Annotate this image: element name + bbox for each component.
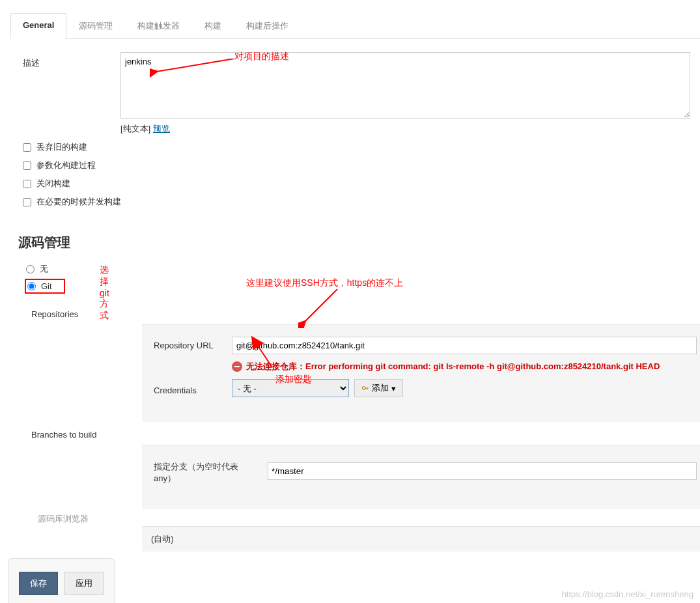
scm-none-label: 无 [40, 263, 48, 275]
repo-url-input[interactable] [232, 337, 697, 354]
scm-git-radio[interactable] [27, 282, 36, 290]
repository-panel: Repository URL 无法连接仓库：Error performing g… [142, 324, 700, 422]
repositories-label: Repositories [31, 305, 142, 319]
scm-git-label: Git [41, 281, 52, 291]
plaintext-label: [纯文本] [120, 124, 153, 133]
tab-triggers[interactable]: 构建触发器 [125, 13, 192, 39]
config-tabs: General 源码管理 构建触发器 构建 构建后操作 [10, 13, 700, 39]
credentials-label: Credentials [154, 382, 232, 395]
scm-section-title: 源码管理 [18, 234, 700, 251]
description-label: 描述 [23, 52, 120, 135]
parametrize-checkbox[interactable] [23, 161, 31, 170]
tab-scm[interactable]: 源码管理 [66, 13, 125, 39]
scm-none-radio[interactable] [26, 265, 35, 273]
chevron-down-icon: ▾ [391, 384, 396, 393]
svg-point-2 [363, 387, 366, 390]
repo-url-label: Repository URL [154, 337, 232, 350]
repo-error-text: 无法连接仓库：Error performing git command: git… [246, 361, 660, 372]
annotation-ssh: 这里建议使用SSH方式，https的连不上 [246, 277, 403, 289]
discard-old-checkbox[interactable] [23, 143, 31, 152]
branch-spec-label: 指定分支（为空时代表any） [154, 457, 268, 484]
preview-link[interactable]: 预览 [153, 124, 170, 133]
tab-build[interactable]: 构建 [192, 13, 234, 39]
tab-general[interactable]: General [10, 13, 66, 39]
concurrent-checkbox[interactable] [23, 198, 31, 206]
description-textarea[interactable] [120, 52, 690, 119]
branches-panel: 指定分支（为空时代表any） [142, 445, 700, 509]
disable-checkbox[interactable] [23, 180, 31, 188]
branch-spec-input[interactable] [268, 462, 697, 480]
repo-browser-value[interactable]: (自动) [142, 526, 700, 552]
key-icon [361, 384, 369, 392]
scm-git-row: Git [25, 279, 65, 294]
credentials-select[interactable]: - 无 - [232, 379, 349, 397]
disable-label: 关闭构建 [36, 178, 70, 189]
add-credentials-button[interactable]: 添加 ▾ [354, 379, 403, 397]
error-icon [232, 361, 242, 372]
discard-old-label: 丢弃旧的构建 [36, 141, 87, 153]
concurrent-label: 在必要的时候并发构建 [36, 196, 121, 208]
parametrize-label: 参数化构建过程 [36, 160, 96, 171]
branches-label: Branches to build [31, 426, 142, 440]
tab-postbuild[interactable]: 构建后操作 [234, 13, 301, 39]
browser-label-dim: 源码库浏览器 [38, 513, 700, 525]
